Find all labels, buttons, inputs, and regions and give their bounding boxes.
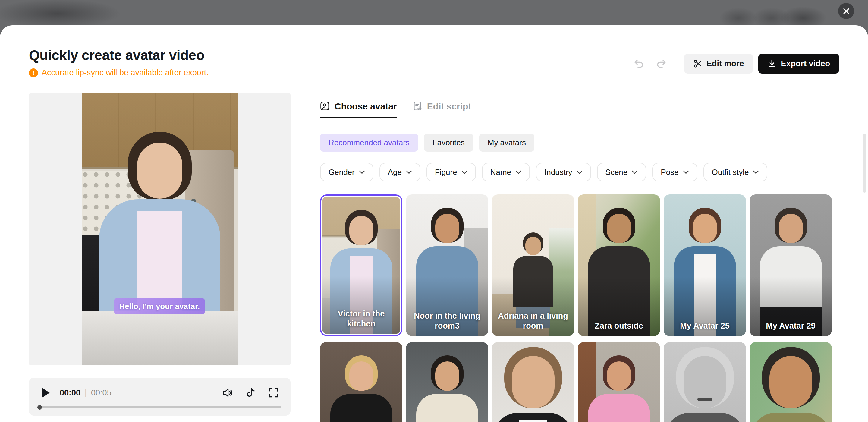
tab-edit-script[interactable]: Edit script	[412, 101, 471, 118]
filter-dropdown[interactable]: Name	[482, 163, 530, 181]
filter-dropdown[interactable]: Outfit style	[704, 163, 768, 181]
filter-label: Figure	[435, 168, 457, 177]
export-video-button[interactable]: Export video	[758, 54, 839, 73]
player-bar: 00:00 | 00:05	[29, 378, 290, 416]
avatar-card[interactable]	[578, 342, 660, 422]
play-button[interactable]	[40, 387, 52, 399]
filter-dropdown[interactable]: Pose	[652, 163, 697, 181]
avatar-thumbnail: Noor in the living room3	[406, 194, 488, 336]
category-pill[interactable]: Recommended avatars	[320, 133, 418, 152]
subtitle-caption[interactable]: Hello, I'm your avatar.	[114, 298, 205, 314]
avatar-card[interactable]	[749, 342, 832, 422]
figure-tee	[519, 420, 547, 422]
figure-tie	[617, 405, 621, 422]
choose-avatar-icon	[320, 101, 330, 112]
filter-label: Name	[490, 168, 511, 177]
figure-mustache	[612, 240, 627, 243]
scissors-icon	[693, 59, 702, 68]
filter-dropdown[interactable]: Scene	[597, 163, 647, 181]
tab-choose-avatar[interactable]: Choose avatar	[320, 101, 397, 118]
fullscreen-button[interactable]	[267, 386, 280, 399]
category-pill-label: Recommended avatars	[329, 138, 410, 147]
avatar-thumbnail	[492, 342, 574, 422]
category-pill[interactable]: Favorites	[424, 133, 473, 152]
play-icon	[41, 388, 50, 398]
filter-dropdown[interactable]: Industry	[536, 163, 591, 181]
avatar-face	[137, 143, 182, 199]
avatar-video-preview[interactable]: Hello, I'm your avatar.	[82, 93, 238, 365]
figure-mustache	[783, 240, 798, 243]
avatar-thumbnail: My Avatar 25	[664, 194, 746, 336]
filter-label: Scene	[606, 168, 628, 177]
figure-mustache	[612, 387, 627, 391]
seek-handle[interactable]	[37, 405, 42, 410]
avatar-card[interactable]	[664, 342, 746, 422]
avatar-card-label: Victor in the kitchen	[328, 309, 395, 329]
avatar-card[interactable]	[320, 342, 402, 422]
tab-bar: Choose avatar Edit script	[320, 101, 839, 118]
figure-tee	[777, 420, 805, 422]
avatar-card[interactable]: Zara outside	[578, 194, 660, 336]
avatar-card[interactable]: My Avatar 25	[664, 194, 746, 336]
edit-more-button[interactable]: Edit more	[684, 54, 753, 73]
chevron-down-icon	[406, 170, 412, 174]
kitchen-counter	[82, 311, 238, 365]
filter-label: Gender	[329, 168, 355, 177]
avatar-thumbnail	[664, 342, 746, 422]
lip-sync-notice: ! Accurate lip-sync will be available af…	[29, 68, 209, 78]
avatar-card-label: Noor in the living room3	[412, 311, 483, 332]
figure-mustache	[698, 398, 712, 401]
tab-choose-avatar-label: Choose avatar	[335, 101, 397, 112]
filter-label: Outfit style	[712, 168, 749, 177]
export-video-label: Export video	[781, 59, 830, 68]
chevron-down-icon	[461, 170, 467, 174]
redo-icon	[656, 58, 667, 69]
scrollbar-thumb[interactable]	[863, 133, 867, 192]
avatar-card[interactable]: My Avatar 29	[749, 194, 832, 336]
time-display: 00:00 | 00:05	[60, 388, 112, 398]
video-preview-panel: Hello, I'm your avatar.	[29, 93, 290, 365]
filter-dropdown[interactable]: Figure	[427, 163, 476, 181]
figure-head	[349, 361, 373, 391]
figure-mustache	[698, 240, 712, 243]
avatar-card[interactable]	[406, 342, 488, 422]
avatar-card[interactable]: Victor in the kitchen	[320, 194, 402, 336]
avatar-card[interactable]	[492, 342, 574, 422]
volume-icon	[222, 387, 233, 398]
close-button[interactable]	[838, 3, 854, 19]
download-icon	[767, 59, 776, 68]
figure-head	[435, 214, 459, 243]
avatar-card-label: Zara outside	[584, 321, 654, 331]
figure-tee	[691, 420, 719, 422]
tiktok-button[interactable]	[244, 386, 257, 399]
avatar-thumbnail	[749, 342, 832, 422]
category-pill[interactable]: My avatars	[479, 133, 534, 152]
chevron-down-icon	[516, 170, 521, 174]
volume-button[interactable]	[221, 386, 234, 399]
figure-mustache	[440, 240, 455, 243]
undo-button[interactable]	[630, 55, 647, 72]
redo-button[interactable]	[653, 55, 670, 72]
avatar-thumbnail: Zara outside	[578, 194, 660, 336]
chevron-down-icon	[683, 170, 689, 174]
filter-dropdown[interactable]: Age	[379, 163, 421, 181]
seek-bar[interactable]	[38, 406, 281, 409]
avatar-thumbnail	[578, 342, 660, 422]
avatar-card[interactable]: Adriana in a living room	[492, 194, 574, 336]
avatar-card[interactable]: Noor in the living room3	[406, 194, 488, 336]
chevron-down-icon	[753, 170, 759, 174]
figure-mustache	[440, 387, 455, 391]
filter-label: Pose	[661, 168, 678, 177]
right-panel: Choose avatar Edit script	[320, 101, 839, 118]
chevron-down-icon	[632, 170, 638, 174]
avatar-card-label: My Avatar 29	[755, 321, 826, 331]
chevron-down-icon	[359, 170, 365, 174]
filter-dropdown[interactable]: Gender	[320, 163, 373, 181]
close-icon	[843, 7, 850, 15]
avatar-video-modal: Quickly create avatar video ! Accurate l…	[0, 25, 868, 422]
filter-row: Gender Age Figure Name Industry Scene Po…	[320, 163, 767, 181]
avatar-thumbnail: My Avatar 29	[749, 194, 832, 336]
tab-edit-script-label: Edit script	[427, 101, 471, 112]
figure-head	[435, 361, 459, 391]
figure-tie	[445, 405, 450, 422]
